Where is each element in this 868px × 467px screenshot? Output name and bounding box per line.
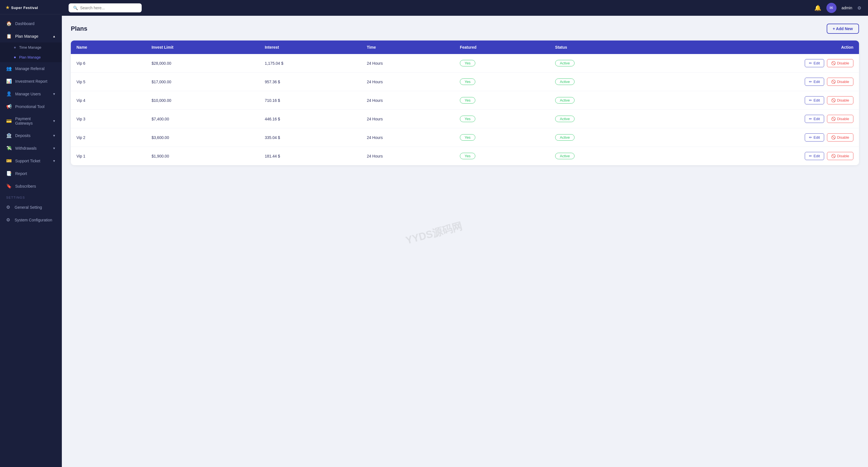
referral-icon: 👥 xyxy=(6,66,12,71)
cell-action: ✏ Edit 🚫 Disable xyxy=(655,110,859,128)
table-row: Vip 5 $17,000.00 957.36 $ 24 Hours Yes A… xyxy=(71,72,859,91)
sidebar-item-label: Promotional Tool xyxy=(15,105,44,109)
status-badge: Active xyxy=(555,79,575,85)
sidebar-item-label: Time Manage xyxy=(19,45,41,50)
cell-status: Active xyxy=(550,54,655,72)
status-badge: Active xyxy=(555,134,575,141)
disable-button[interactable]: 🚫 Disable xyxy=(827,78,854,86)
cell-action: ✏ Edit 🚫 Disable xyxy=(655,54,859,72)
sidebar-item-report[interactable]: 📑 Report xyxy=(0,167,62,180)
chevron-down-icon: ▼ xyxy=(53,119,56,123)
withdrawals-icon: 💸 xyxy=(6,145,12,151)
content-area: Plans + Add New Name Invest Limit Intere… xyxy=(62,16,868,467)
avatar-icon: ✉ xyxy=(830,5,833,10)
sidebar-item-promotional-tool[interactable]: 📢 Promotional Tool xyxy=(0,100,62,113)
disable-button[interactable]: 🚫 Disable xyxy=(827,59,854,67)
col-action: Action xyxy=(655,40,859,54)
sidebar-item-investment-report[interactable]: 📊 Investment Report xyxy=(0,75,62,87)
dot-icon xyxy=(14,47,16,49)
cell-interest: 181.44 $ xyxy=(259,147,361,166)
edit-button[interactable]: ✏ Edit xyxy=(805,59,824,67)
cell-time: 24 Hours xyxy=(361,128,454,147)
sidebar-item-label: Plan Manage xyxy=(15,34,38,38)
plan-manage-icon: 📋 xyxy=(6,33,12,39)
sidebar-item-label: Dashboard xyxy=(15,21,35,26)
cell-name: Vip 6 xyxy=(71,54,146,72)
cell-time: 24 Hours xyxy=(361,72,454,91)
add-new-button[interactable]: + Add New xyxy=(827,24,859,34)
sidebar-item-general-setting[interactable]: ⚙ General Setting xyxy=(0,201,62,213)
payment-icon: 💳 xyxy=(6,118,12,124)
search-box[interactable]: 🔍 xyxy=(69,3,142,12)
col-status: Status xyxy=(550,40,655,54)
cell-featured: Yes xyxy=(454,91,550,110)
edit-button[interactable]: ✏ Edit xyxy=(805,152,824,160)
sidebar-item-label: Support Ticket xyxy=(15,159,40,163)
table-row: Vip 4 $10,000.00 710.16 $ 24 Hours Yes A… xyxy=(71,91,859,110)
sidebar-item-payment-gateways[interactable]: 💳 Payment Gateways ▼ xyxy=(0,113,62,129)
sidebar-item-plan-manage[interactable]: 📋 Plan Manage ▲ xyxy=(0,30,62,42)
sidebar-item-label: Withdrawals xyxy=(15,146,36,150)
edit-icon: ✏ xyxy=(809,80,812,84)
table-row: Vip 1 $1,900.00 181.44 $ 24 Hours Yes Ac… xyxy=(71,147,859,166)
page-title: Plans xyxy=(71,25,87,32)
cell-interest: 710.16 $ xyxy=(259,91,361,110)
cell-name: Vip 4 xyxy=(71,91,146,110)
sidebar-item-label: Report xyxy=(15,171,27,176)
chevron-down-icon: ▼ xyxy=(53,147,56,150)
table-header: Name Invest Limit Interest Time Featured… xyxy=(71,40,859,54)
edit-button[interactable]: ✏ Edit xyxy=(805,133,824,142)
sidebar-item-plan-manage-sub[interactable]: Plan Manage xyxy=(0,52,62,62)
sidebar-item-support-ticket[interactable]: 🎫 Support Ticket ▼ xyxy=(0,154,62,167)
cell-action: ✏ Edit 🚫 Disable xyxy=(655,147,859,166)
sidebar-item-subscribers[interactable]: 🔖 Subscribers xyxy=(0,180,62,193)
disable-button[interactable]: 🚫 Disable xyxy=(827,115,854,123)
disable-button[interactable]: 🚫 Disable xyxy=(827,133,854,142)
edit-icon: ✏ xyxy=(809,117,812,121)
chevron-up-icon: ▲ xyxy=(53,35,56,38)
cell-interest: 1,175.04 $ xyxy=(259,54,361,72)
cell-invest-limit: $3,600.00 xyxy=(146,128,259,147)
ticket-icon: 🎫 xyxy=(6,158,12,164)
sidebar-item-system-configuration[interactable]: ⚙ System Configuration xyxy=(0,213,62,226)
cell-featured: Yes xyxy=(454,128,550,147)
sidebar-item-manage-referral[interactable]: 👥 Manage Referral xyxy=(0,62,62,75)
cell-status: Active xyxy=(550,128,655,147)
status-badge: Active xyxy=(555,116,575,122)
sidebar-item-withdrawals[interactable]: 💸 Withdrawals ▼ xyxy=(0,142,62,154)
disable-icon: 🚫 xyxy=(831,80,836,84)
cell-time: 24 Hours xyxy=(361,54,454,72)
cell-featured: Yes xyxy=(454,54,550,72)
status-badge: Active xyxy=(555,153,575,159)
sidebar-item-deposits[interactable]: 🏦 Deposits ▼ xyxy=(0,129,62,142)
disable-button[interactable]: 🚫 Disable xyxy=(827,96,854,105)
sidebar-item-manage-users[interactable]: 👤 Manage Users ▼ xyxy=(0,87,62,100)
header: 🔍 🔔 ✉ admin ⚙ xyxy=(62,0,868,16)
table-row: Vip 3 $7,400.00 446.16 $ 24 Hours Yes Ac… xyxy=(71,110,859,128)
edit-button[interactable]: ✏ Edit xyxy=(805,96,824,105)
plan-manage-submenu: Time Manage Plan Manage xyxy=(0,42,62,62)
cell-name: Vip 5 xyxy=(71,72,146,91)
edit-button[interactable]: ✏ Edit xyxy=(805,78,824,86)
users-icon: 👤 xyxy=(6,91,12,96)
sidebar-item-time-manage[interactable]: Time Manage xyxy=(0,42,62,52)
home-icon: 🏠 xyxy=(6,21,12,26)
edit-icon: ✏ xyxy=(809,154,812,158)
edit-button[interactable]: ✏ Edit xyxy=(805,115,824,123)
featured-badge: Yes xyxy=(460,79,475,85)
cell-interest: 957.36 $ xyxy=(259,72,361,91)
featured-badge: Yes xyxy=(460,60,475,66)
page-header: Plans + Add New xyxy=(71,24,859,34)
featured-badge: Yes xyxy=(460,153,475,159)
disable-button[interactable]: 🚫 Disable xyxy=(827,152,854,160)
sidebar-item-dashboard[interactable]: 🏠 Dashboard xyxy=(0,17,62,30)
cell-featured: Yes xyxy=(454,147,550,166)
featured-badge: Yes xyxy=(460,116,475,122)
bell-icon[interactable]: 🔔 xyxy=(814,4,822,11)
search-icon: 🔍 xyxy=(73,6,78,10)
col-interest: Interest xyxy=(259,40,361,54)
settings-gear-icon[interactable]: ⚙ xyxy=(857,5,861,11)
edit-icon: ✏ xyxy=(809,135,812,140)
cell-name: Vip 3 xyxy=(71,110,146,128)
search-input[interactable] xyxy=(80,6,137,10)
